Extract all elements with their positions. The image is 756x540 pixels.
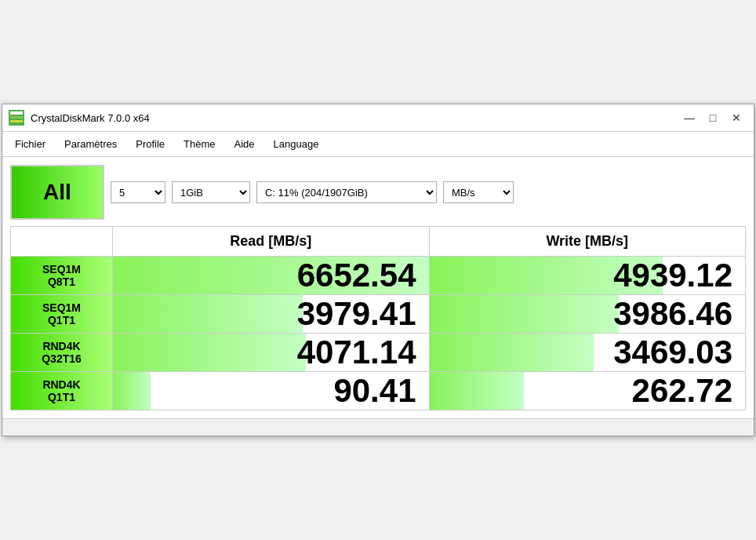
header-write: Write [MB/s] bbox=[430, 227, 746, 257]
write-cell-seq1m-q8t1: 4939.12 bbox=[430, 257, 746, 295]
menu-item-parametres[interactable]: Paramètres bbox=[55, 133, 126, 155]
main-content: All 5 1 3 9 1GiB 512MiB 2GiB 4GiB 8GiB 1… bbox=[2, 157, 754, 418]
window-controls: — □ ✕ bbox=[678, 109, 747, 126]
size-select[interactable]: 1GiB 512MiB 2GiB 4GiB 8GiB 16GiB 32GiB 6… bbox=[172, 181, 250, 203]
write-value-seq1m-q8t1: 4939.12 bbox=[613, 257, 732, 294]
header-label-empty bbox=[11, 227, 113, 257]
read-value-seq1m-q8t1: 6652.54 bbox=[297, 257, 416, 294]
read-cell-seq1m-q8t1: 6652.54 bbox=[113, 257, 430, 295]
controls-row: All 5 1 3 9 1GiB 512MiB 2GiB 4GiB 8GiB 1… bbox=[10, 165, 746, 220]
write-cell-rnd4k-q32t16: 3469.03 bbox=[430, 334, 746, 372]
drive-select[interactable]: C: 11% (204/1907GiB) bbox=[256, 181, 437, 203]
read-bar-rnd4k-q1t1 bbox=[113, 372, 151, 410]
menu-item-fichier[interactable]: Fichier bbox=[5, 133, 55, 155]
write-value-rnd4k-q32t16: 3469.03 bbox=[613, 334, 732, 371]
read-cell-rnd4k-q32t16: 4071.14 bbox=[113, 334, 430, 372]
read-value-seq1m-q1t1: 3979.41 bbox=[297, 295, 416, 333]
window-title: CrystalDiskMark 7.0.0 x64 bbox=[31, 112, 678, 124]
table-row: SEQ1MQ8T1 6652.54 4939.12 bbox=[11, 257, 745, 295]
minimize-button[interactable]: — bbox=[678, 109, 700, 126]
read-bar-rnd4k-q32t16 bbox=[113, 334, 306, 371]
write-bar-rnd4k-q32t16 bbox=[430, 334, 594, 371]
write-bar-rnd4k-q1t1 bbox=[430, 372, 525, 410]
app-icon bbox=[9, 110, 24, 126]
menu-item-language[interactable]: Language bbox=[264, 133, 329, 155]
menu-bar: FichierParamètresProfileThèmeAideLanguag… bbox=[2, 132, 754, 157]
table-row: SEQ1MQ1T1 3979.41 3986.46 bbox=[11, 295, 745, 334]
close-button[interactable]: ✕ bbox=[725, 109, 747, 126]
status-bar bbox=[2, 418, 754, 436]
menu-item-aide[interactable]: Aide bbox=[225, 133, 264, 155]
loops-select[interactable]: 5 1 3 9 bbox=[111, 181, 165, 203]
title-bar: CrystalDiskMark 7.0.0 x64 — □ ✕ bbox=[2, 104, 754, 132]
read-cell-seq1m-q1t1: 3979.41 bbox=[113, 295, 430, 334]
data-grid: Read [MB/s] Write [MB/s] SEQ1MQ8T1 6652.… bbox=[10, 226, 746, 410]
maximize-button[interactable]: □ bbox=[702, 109, 724, 126]
menu-item-profile[interactable]: Profile bbox=[126, 133, 174, 155]
grid-header: Read [MB/s] Write [MB/s] bbox=[11, 227, 745, 257]
svg-rect-3 bbox=[10, 120, 23, 122]
main-window: CrystalDiskMark 7.0.0 x64 — □ ✕ FichierP… bbox=[2, 104, 754, 436]
read-cell-rnd4k-q1t1: 90.41 bbox=[113, 372, 430, 410]
row-label-rnd4k-q32t16: RND4KQ32T16 bbox=[11, 334, 113, 372]
write-cell-seq1m-q1t1: 3986.46 bbox=[430, 295, 746, 334]
unit-select[interactable]: MB/s GB/s IOPS μs bbox=[443, 181, 514, 203]
table-row: RND4KQ32T16 4071.14 3469.03 bbox=[11, 334, 745, 372]
menu-item-theme[interactable]: Thème bbox=[174, 133, 224, 155]
svg-rect-1 bbox=[10, 111, 23, 115]
read-value-rnd4k-q32t16: 4071.14 bbox=[297, 334, 416, 371]
row-label-rnd4k-q1t1: RND4KQ1T1 bbox=[11, 372, 113, 410]
write-value-rnd4k-q1t1: 262.72 bbox=[632, 372, 732, 410]
table-row: RND4KQ1T1 90.41 262.72 bbox=[11, 372, 745, 410]
svg-rect-2 bbox=[10, 116, 23, 119]
read-value-rnd4k-q1t1: 90.41 bbox=[333, 372, 416, 410]
row-label-seq1m-q1t1: SEQ1MQ1T1 bbox=[11, 295, 113, 334]
header-read: Read [MB/s] bbox=[113, 227, 430, 257]
write-bar-seq1m-q1t1 bbox=[430, 295, 620, 333]
write-value-seq1m-q1t1: 3986.46 bbox=[613, 295, 732, 333]
all-button[interactable]: All bbox=[10, 165, 104, 220]
row-label-seq1m-q8t1: SEQ1MQ8T1 bbox=[11, 257, 113, 295]
read-bar-seq1m-q1t1 bbox=[113, 295, 303, 333]
write-cell-rnd4k-q1t1: 262.72 bbox=[430, 372, 746, 410]
